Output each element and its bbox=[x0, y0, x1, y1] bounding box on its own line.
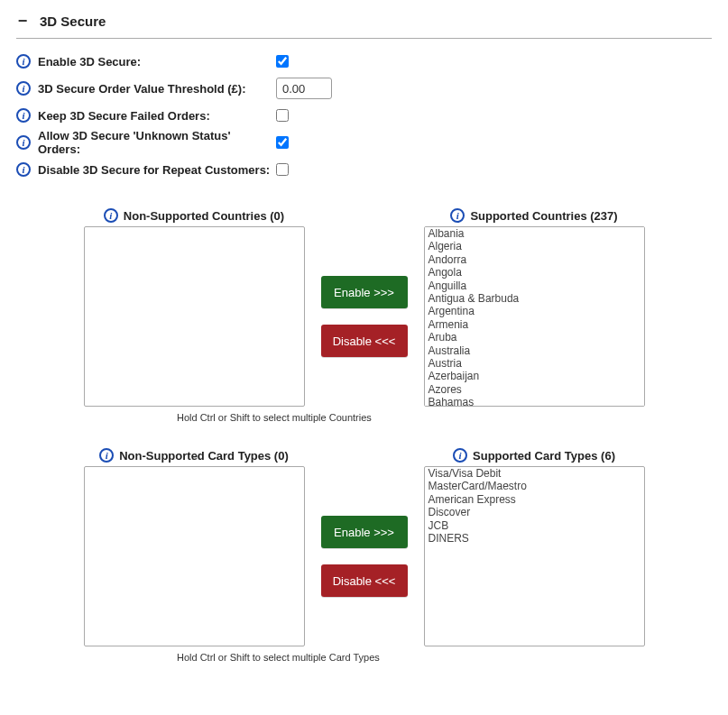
list-item[interactable]: Anguilla bbox=[425, 280, 644, 292]
list-item[interactable]: Bahamas bbox=[425, 396, 644, 407]
title-text: Supported Countries (237) bbox=[470, 209, 617, 223]
row-keep-failed: i Keep 3D Secure Failed Orders: bbox=[16, 102, 712, 129]
non-supported-countries-title: i Non-Supported Countries (0) bbox=[84, 208, 305, 223]
section-title: 3D Secure bbox=[40, 14, 106, 29]
list-item[interactable]: Albania bbox=[425, 227, 644, 240]
list-item[interactable]: Argentina bbox=[425, 305, 644, 317]
row-enable-3ds: i Enable 3D Secure: bbox=[16, 48, 712, 75]
settings-form: i Enable 3D Secure: i 3D Secure Order Va… bbox=[16, 48, 712, 183]
list-item[interactable]: DINERS bbox=[425, 532, 644, 545]
non-supported-cardtypes-list[interactable] bbox=[84, 466, 305, 646]
info-icon[interactable]: i bbox=[16, 54, 31, 69]
label-enable-3ds: Enable 3D Secure: bbox=[38, 55, 272, 69]
supported-countries-list[interactable]: AlbaniaAlgeriaAndorraAngolaAnguillaAntig… bbox=[424, 226, 645, 407]
list-item[interactable]: Angola bbox=[425, 266, 644, 279]
cardtypes-disable-button[interactable]: Disable <<< bbox=[321, 564, 408, 597]
non-supported-cardtypes-title: i Non-Supported Card Types (0) bbox=[84, 448, 305, 463]
list-item[interactable]: MasterCard/Maestro bbox=[425, 480, 644, 492]
cardtypes-hint: Hold Ctrl or Shift to select multiple Ca… bbox=[177, 652, 712, 663]
input-threshold[interactable] bbox=[276, 78, 332, 99]
title-text: Non-Supported Card Types (0) bbox=[119, 449, 289, 463]
cardtypes-enable-button[interactable]: Enable >>> bbox=[321, 516, 408, 548]
info-icon[interactable]: i bbox=[16, 135, 31, 150]
info-icon[interactable]: i bbox=[16, 108, 31, 123]
countries-enable-button[interactable]: Enable >>> bbox=[321, 276, 408, 308]
collapse-icon[interactable]: − bbox=[16, 13, 29, 29]
countries-dual-list: i Non-Supported Countries (0) i Supporte… bbox=[16, 208, 712, 423]
list-item[interactable]: American Express bbox=[425, 493, 644, 506]
info-icon[interactable]: i bbox=[16, 162, 31, 177]
list-item[interactable]: Armenia bbox=[425, 318, 644, 331]
list-item[interactable]: Aruba bbox=[425, 331, 644, 344]
checkbox-keep-failed[interactable] bbox=[276, 109, 289, 122]
supported-cardtypes-title: i Supported Card Types (6) bbox=[424, 448, 645, 463]
info-icon[interactable]: i bbox=[104, 208, 118, 223]
list-item[interactable]: Austria bbox=[425, 357, 644, 370]
checkbox-disable-repeat[interactable] bbox=[276, 163, 289, 176]
supported-countries-title: i Supported Countries (237) bbox=[424, 208, 645, 223]
row-allow-unknown: i Allow 3D Secure 'Unknown Status' Order… bbox=[16, 129, 712, 156]
label-threshold: 3D Secure Order Value Threshold (£): bbox=[38, 82, 272, 96]
info-icon[interactable]: i bbox=[99, 448, 114, 463]
list-item[interactable]: Visa/Visa Debit bbox=[425, 467, 644, 480]
supported-cardtypes-list[interactable]: Visa/Visa DebitMasterCard/MaestroAmerica… bbox=[424, 466, 645, 646]
checkbox-allow-unknown[interactable] bbox=[276, 136, 289, 149]
countries-disable-button[interactable]: Disable <<< bbox=[321, 325, 408, 357]
label-disable-repeat: Disable 3D Secure for Repeat Customers: bbox=[38, 163, 272, 177]
title-text: Non-Supported Countries (0) bbox=[124, 209, 284, 223]
checkbox-enable-3ds[interactable] bbox=[276, 55, 289, 68]
list-item[interactable]: Azores bbox=[425, 383, 644, 396]
label-keep-failed: Keep 3D Secure Failed Orders: bbox=[38, 109, 272, 123]
info-icon[interactable]: i bbox=[450, 208, 465, 223]
info-icon[interactable]: i bbox=[453, 448, 467, 463]
row-threshold: i 3D Secure Order Value Threshold (£): bbox=[16, 75, 712, 102]
title-text: Supported Card Types (6) bbox=[473, 449, 615, 463]
list-item[interactable]: Azerbaijan bbox=[425, 370, 644, 382]
non-supported-countries-list[interactable] bbox=[84, 226, 305, 407]
cardtypes-dual-list: i Non-Supported Card Types (0) i Support… bbox=[16, 448, 712, 663]
info-icon[interactable]: i bbox=[16, 81, 31, 96]
list-item[interactable]: Antigua & Barbuda bbox=[425, 292, 644, 305]
section-header: − 3D Secure bbox=[16, 9, 712, 39]
list-item[interactable]: Discover bbox=[425, 506, 644, 518]
list-item[interactable]: Andorra bbox=[425, 253, 644, 266]
list-item[interactable]: Algeria bbox=[425, 240, 644, 252]
row-disable-repeat: i Disable 3D Secure for Repeat Customers… bbox=[16, 156, 712, 183]
label-allow-unknown: Allow 3D Secure 'Unknown Status' Orders: bbox=[38, 129, 272, 156]
countries-hint: Hold Ctrl or Shift to select multiple Co… bbox=[177, 412, 712, 423]
list-item[interactable]: Australia bbox=[425, 344, 644, 357]
list-item[interactable]: JCB bbox=[425, 519, 644, 532]
